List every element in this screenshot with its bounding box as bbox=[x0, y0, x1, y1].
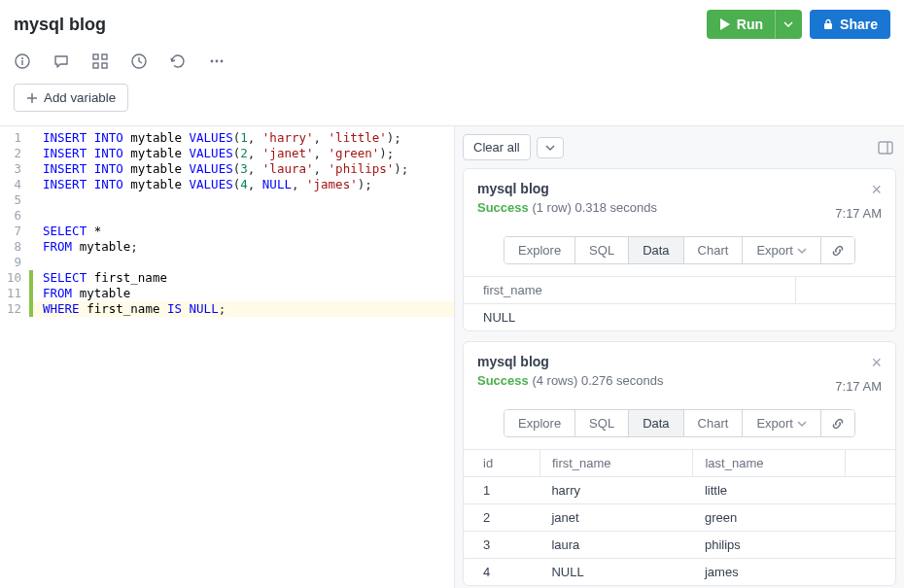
tab-sql[interactable]: SQL bbox=[575, 410, 629, 436]
result-card: mysql blogSuccess (4 rows) 0.276 seconds… bbox=[463, 341, 896, 586]
history-icon[interactable] bbox=[169, 52, 187, 70]
close-icon[interactable]: × bbox=[871, 354, 882, 371]
toolbar bbox=[0, 45, 904, 78]
code-line[interactable]: 4INSERT INTO mytable VALUES(4, NULL, 'ja… bbox=[0, 177, 454, 192]
panel-toggle-icon[interactable] bbox=[875, 137, 896, 158]
table-cell: 4 bbox=[464, 559, 539, 586]
run-button[interactable]: Run bbox=[707, 10, 775, 39]
line-number: 6 bbox=[0, 208, 29, 224]
line-content[interactable]: SELECT first_name bbox=[33, 270, 454, 286]
svg-rect-7 bbox=[93, 63, 98, 68]
column-header[interactable]: first_name bbox=[464, 277, 795, 304]
line-content[interactable]: SELECT * bbox=[33, 224, 454, 239]
copy-link-button[interactable] bbox=[821, 410, 854, 436]
line-content[interactable] bbox=[33, 208, 454, 224]
code-line[interactable]: 1INSERT INTO mytable VALUES(1, 'harry', … bbox=[0, 130, 454, 146]
clock-icon[interactable] bbox=[130, 52, 148, 70]
line-number: 2 bbox=[0, 146, 29, 161]
status-badge: Success bbox=[477, 200, 529, 215]
svg-rect-6 bbox=[102, 54, 107, 59]
result-status-line: Success (1 row) 0.318 seconds bbox=[477, 200, 835, 215]
line-content[interactable] bbox=[33, 192, 454, 208]
line-number: 10 bbox=[0, 270, 29, 286]
table-row[interactable]: NULL bbox=[464, 304, 895, 331]
code-line[interactable]: 5 bbox=[0, 192, 454, 208]
line-content[interactable]: FROM mytable bbox=[33, 286, 454, 301]
comment-icon[interactable] bbox=[52, 52, 70, 70]
info-icon[interactable] bbox=[14, 52, 31, 70]
result-card: mysql blogSuccess (1 row) 0.318 seconds×… bbox=[463, 168, 896, 331]
share-button[interactable]: Share bbox=[810, 10, 890, 39]
lock-icon bbox=[822, 18, 834, 30]
line-number: 11 bbox=[0, 286, 29, 301]
more-icon[interactable] bbox=[208, 52, 226, 70]
table-cell: NULL bbox=[464, 304, 795, 331]
header-actions: Run Share bbox=[707, 10, 890, 39]
code-line[interactable]: 7SELECT * bbox=[0, 224, 454, 239]
table-row[interactable]: 2janetgreen bbox=[464, 504, 895, 532]
tab-explore[interactable]: Explore bbox=[504, 410, 575, 436]
line-content[interactable]: INSERT INTO mytable VALUES(3, 'laura', '… bbox=[33, 161, 454, 177]
clear-caret-button[interactable] bbox=[537, 137, 564, 158]
table-cell: little bbox=[693, 477, 845, 504]
page-title: mysql blog bbox=[14, 15, 106, 35]
result-title: mysql blog bbox=[477, 354, 835, 369]
table-cell-spacer bbox=[845, 532, 895, 559]
table-cell: harry bbox=[539, 477, 693, 504]
svg-rect-5 bbox=[93, 54, 98, 59]
table-cell-spacer bbox=[845, 477, 895, 504]
tab-data[interactable]: Data bbox=[629, 410, 683, 436]
svg-rect-4 bbox=[21, 60, 22, 65]
line-content[interactable]: WHERE first_name IS NULL; bbox=[33, 301, 454, 317]
tab-export[interactable]: Export bbox=[743, 410, 821, 436]
run-button-label: Run bbox=[737, 17, 763, 32]
tab-chart[interactable]: Chart bbox=[684, 237, 744, 263]
tab-explore[interactable]: Explore bbox=[504, 237, 575, 263]
run-caret-button[interactable] bbox=[775, 10, 802, 39]
column-header[interactable]: id bbox=[464, 450, 539, 477]
table-cell: NULL bbox=[539, 559, 693, 586]
column-header-spacer bbox=[795, 277, 895, 304]
code-line[interactable]: 8FROM mytable; bbox=[0, 239, 454, 255]
main: 1INSERT INTO mytable VALUES(1, 'harry', … bbox=[0, 125, 904, 588]
svg-point-11 bbox=[216, 60, 219, 63]
code-line[interactable]: 10SELECT first_name bbox=[0, 270, 454, 286]
column-header[interactable]: first_name bbox=[539, 450, 693, 477]
copy-link-button[interactable] bbox=[821, 237, 854, 263]
result-tabs: ExploreSQLDataChartExport bbox=[464, 226, 895, 276]
svg-point-10 bbox=[211, 60, 214, 63]
result-title: mysql blog bbox=[477, 181, 835, 196]
link-icon bbox=[831, 417, 845, 431]
column-header[interactable]: last_name bbox=[693, 450, 845, 477]
clear-all-button[interactable]: Clear all bbox=[463, 134, 531, 160]
table-row[interactable]: 1harrylittle bbox=[464, 477, 895, 504]
code-line[interactable]: 6 bbox=[0, 208, 454, 224]
tab-sql[interactable]: SQL bbox=[575, 237, 629, 263]
tab-chart[interactable]: Chart bbox=[684, 410, 744, 436]
add-variable-button[interactable]: Add variable bbox=[14, 84, 128, 112]
line-content[interactable]: INSERT INTO mytable VALUES(4, NULL, 'jam… bbox=[33, 177, 454, 192]
code-line[interactable]: 11FROM mytable bbox=[0, 286, 454, 301]
svg-point-3 bbox=[21, 57, 23, 59]
line-number: 5 bbox=[0, 192, 29, 208]
line-content[interactable]: INSERT INTO mytable VALUES(2, 'janet', '… bbox=[33, 146, 454, 161]
editor-pane[interactable]: 1INSERT INTO mytable VALUES(1, 'harry', … bbox=[0, 126, 455, 588]
tab-data[interactable]: Data bbox=[629, 237, 683, 263]
line-content[interactable]: FROM mytable; bbox=[33, 239, 454, 255]
result-status-line: Success (4 rows) 0.276 seconds bbox=[477, 373, 835, 388]
code-line[interactable]: 12WHERE first_name IS NULL; bbox=[0, 301, 454, 317]
code-editor[interactable]: 1INSERT INTO mytable VALUES(1, 'harry', … bbox=[0, 126, 454, 317]
tab-export[interactable]: Export bbox=[743, 237, 821, 263]
code-line[interactable]: 3INSERT INTO mytable VALUES(3, 'laura', … bbox=[0, 161, 454, 177]
close-icon[interactable]: × bbox=[871, 181, 882, 198]
table-row[interactable]: 3lauraphilips bbox=[464, 532, 895, 559]
results-toolbar: Clear all bbox=[463, 134, 896, 160]
code-line[interactable]: 9 bbox=[0, 255, 454, 270]
line-content[interactable] bbox=[33, 255, 454, 270]
grid-icon[interactable] bbox=[91, 52, 109, 70]
table-cell: laura bbox=[539, 532, 693, 559]
code-line[interactable]: 2INSERT INTO mytable VALUES(2, 'janet', … bbox=[0, 146, 454, 161]
line-content[interactable]: INSERT INTO mytable VALUES(1, 'harry', '… bbox=[33, 130, 454, 146]
svg-rect-8 bbox=[102, 63, 107, 68]
table-row[interactable]: 4NULLjames bbox=[464, 559, 895, 586]
